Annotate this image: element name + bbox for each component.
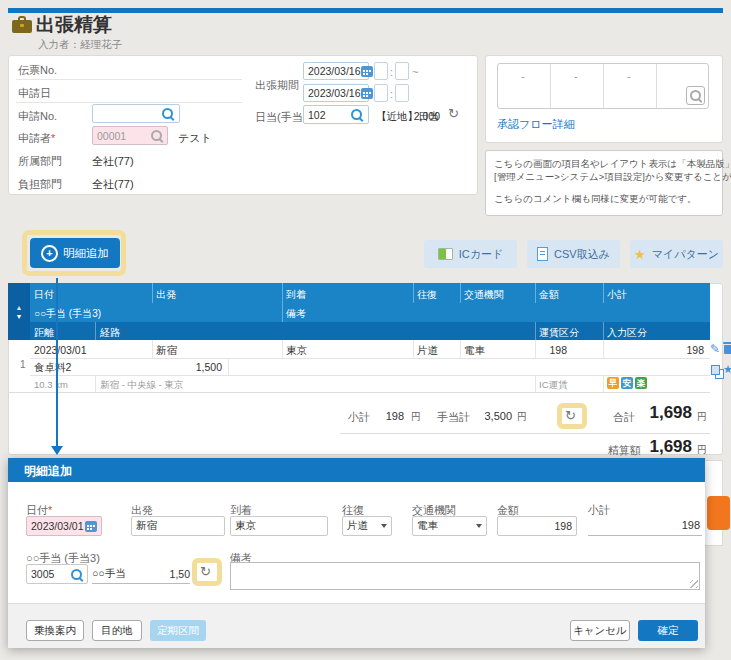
cell-divider [152, 340, 153, 358]
resize-grip[interactable] [690, 580, 698, 588]
col-distance: 距離 [34, 326, 54, 340]
modal-date-input[interactable]: 2023/03/01 [26, 516, 102, 536]
period-from-minute-input[interactable] [395, 62, 409, 80]
modal-remarks-textarea[interactable] [230, 562, 700, 590]
sort-column[interactable]: ▲ ▼ [8, 283, 30, 340]
transfer-guide-button[interactable]: 乗換案内 [26, 620, 84, 641]
destination-button[interactable]: 目的地 [92, 620, 142, 641]
burden-value: 全社(77) [92, 177, 134, 192]
required-mark: * [48, 504, 52, 516]
header-divider [460, 283, 461, 303]
my-pattern-button[interactable]: ★マイパターン [630, 240, 723, 268]
header-divider [603, 283, 604, 303]
csv-import-button[interactable]: CSV取込み [527, 240, 620, 268]
col-remarks: 備考 [286, 307, 306, 321]
modal-trip-select[interactable]: 片道 [342, 516, 392, 536]
favorite-row-icon[interactable]: ★ [723, 363, 731, 376]
modal-transport-select[interactable]: 電車 [412, 516, 487, 536]
yen-unit: 円 [697, 410, 707, 424]
cell-route: 新宿 - 中央線 - 東京 [100, 379, 183, 392]
header-divider [152, 283, 153, 303]
ic-card-button[interactable]: ICカード [424, 240, 517, 268]
approval-detail-link[interactable]: 承認フロー詳細 [497, 117, 575, 132]
comment-line2: [管理メニュー>システム>項目設定]から変更することが出来ます。 [494, 171, 731, 184]
sort-up-icon[interactable]: ▲ [16, 304, 23, 311]
delete-row-icon[interactable] [724, 345, 731, 354]
period-to-input[interactable]: 2023/03/16 [303, 84, 369, 102]
applicant-input[interactable]: 00001 [92, 126, 168, 145]
applicant-note: テスト [178, 131, 212, 146]
cell-divider [603, 340, 604, 358]
col-amount: 金額 [539, 288, 559, 302]
chevron-down-icon [476, 524, 482, 528]
period-tilde: ~ [412, 66, 418, 78]
col-fare-type: 運賃区分 [539, 326, 579, 340]
period-from-input[interactable]: 2023/03/16 [303, 62, 369, 80]
header-divider [282, 283, 283, 322]
cell-divider [603, 375, 604, 392]
row-divider [8, 392, 710, 393]
search-icon[interactable] [162, 108, 173, 119]
col-input-type: 入力区分 [607, 326, 647, 340]
annotation-arrow-line [56, 278, 58, 448]
modal-title: 明細追加 [24, 463, 72, 480]
col-depart: 出発 [156, 288, 176, 302]
modal-arrive-input[interactable]: 東京 [230, 516, 328, 536]
dept-value: 全社(77) [92, 154, 134, 169]
row-index: 1 [20, 359, 26, 370]
refresh-icon[interactable]: ↻ [448, 106, 459, 121]
subtotal-label: 小計 [348, 410, 370, 425]
chevron-down-icon [381, 524, 387, 528]
apply-button-sliver[interactable] [707, 496, 730, 530]
cell-distance: 10.3 km [34, 379, 68, 390]
period-to-minute-input[interactable] [395, 84, 409, 102]
dept-label: 所属部門 [18, 154, 62, 169]
col-subtotal: 小計 [607, 288, 627, 302]
calendar-icon[interactable] [361, 88, 373, 99]
cancel-button[interactable]: キャンセル [570, 620, 630, 641]
modal-amount-input[interactable]: 198 [497, 516, 577, 536]
cell-arrive: 東京 [286, 344, 307, 358]
table-header-row2 [30, 303, 710, 322]
header-divider [603, 322, 604, 340]
refresh-icon[interactable]: ↻ [200, 564, 211, 579]
cell-amount: 198 [505, 344, 567, 356]
approval-cell-divider [656, 64, 657, 108]
approval-cell-divider [550, 64, 551, 108]
apply-no-input[interactable] [92, 104, 180, 123]
modal-allowance-code-input[interactable]: 3005 [26, 564, 88, 584]
approval-search-button[interactable] [686, 86, 705, 105]
allowance1-code-input[interactable]: 102 [303, 105, 369, 124]
allowance1-amount: 2,000 [408, 110, 440, 122]
calendar-icon[interactable] [361, 66, 373, 77]
yen-unit: 円 [411, 410, 421, 424]
period-to-hour-input[interactable] [374, 84, 388, 102]
col-allowance: ○○手当 (手当3) [34, 307, 101, 321]
approval-cell: - [574, 70, 578, 82]
cell-date: 2023/03/01 [34, 344, 87, 356]
period-from-hour-input[interactable] [374, 62, 388, 80]
sort-down-icon[interactable]: ▼ [16, 313, 23, 320]
briefcase-icon [12, 20, 32, 33]
apply-no-label: 申請No. [18, 109, 57, 124]
modal-subtotal-value: 198 [588, 519, 700, 531]
page-title: 出張精算 [36, 12, 112, 38]
refresh-icon[interactable]: ↻ [565, 408, 576, 423]
col-arrive: 到着 [286, 288, 306, 302]
my-pattern-label: マイパターン [652, 247, 719, 262]
search-icon[interactable] [351, 109, 362, 120]
search-icon[interactable] [151, 130, 162, 141]
confirm-button[interactable]: 確定 [638, 620, 698, 641]
cell-divider [535, 375, 536, 392]
edit-row-icon[interactable]: ✎ [710, 342, 720, 356]
approval-cell: - [521, 70, 525, 82]
cell-allowance-name: 食卓料2 [34, 361, 71, 375]
annotation-arrow-head [51, 446, 63, 455]
modal-depart-input[interactable]: 新宿 [131, 516, 225, 536]
star-icon: ★ [634, 248, 646, 261]
commuter-section-button[interactable]: 定期区間 [150, 620, 206, 641]
highlight-add-detail [22, 230, 126, 276]
header-divider [413, 283, 414, 303]
search-icon[interactable] [71, 569, 82, 580]
calendar-icon[interactable] [85, 521, 97, 532]
